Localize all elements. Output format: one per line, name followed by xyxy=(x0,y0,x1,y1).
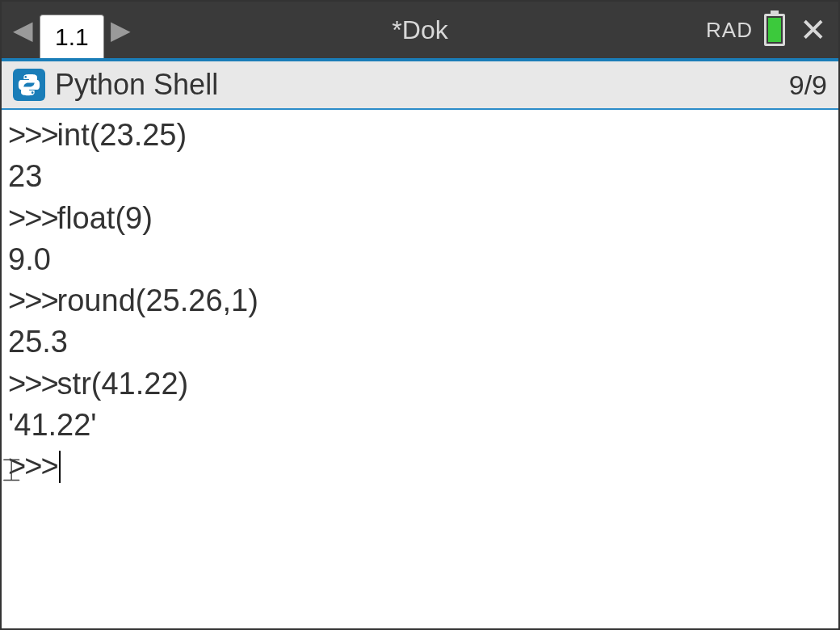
angle-mode-indicator: RAD xyxy=(706,18,753,43)
shell-title: Python Shell xyxy=(55,68,218,102)
titlebar: ◀ 1.1 ▶ *Dok RAD ✕ xyxy=(2,2,838,58)
shell-counter: 9/9 xyxy=(789,69,827,101)
shell-prompt: >>> xyxy=(8,367,57,401)
shell-text: float(9) xyxy=(57,201,153,235)
shell-text: 9.0 xyxy=(8,242,51,276)
battery-icon xyxy=(764,14,785,46)
shell-body[interactable]: >>>int(23.25)23>>>float(9)9.0>>>round(25… xyxy=(2,110,838,493)
caret xyxy=(59,451,61,483)
shell-input-line: >>>float(9) xyxy=(8,198,832,239)
shell-text: 25.3 xyxy=(8,325,68,359)
shell-input-line: >>>int(23.25) xyxy=(8,115,832,156)
shell-text: round(25.26,1) xyxy=(57,284,258,317)
shell-header: Python Shell 9/9 xyxy=(2,61,838,110)
shell-output-line: 23 xyxy=(8,156,832,197)
shell-prompt: >>> xyxy=(8,201,57,235)
tab-label: 1.1 xyxy=(55,23,89,51)
shell-text: 23 xyxy=(8,159,42,193)
tab-current[interactable]: 1.1 xyxy=(40,15,104,58)
shell-prompt: >>> xyxy=(8,284,57,317)
python-icon xyxy=(13,69,45,101)
status-area: RAD ✕ xyxy=(706,11,830,48)
shell-prompt: >>> xyxy=(8,118,57,152)
shell-active-line[interactable]: ⌶ >>> xyxy=(8,446,832,487)
shell-output-line: 25.3 xyxy=(8,321,832,363)
shell-text: int(23.25) xyxy=(57,118,187,152)
battery-fill xyxy=(768,18,781,42)
shell-output-line: '41.22' xyxy=(8,405,832,446)
document-title: *Dok xyxy=(392,15,447,45)
shell-output-line: 9.0 xyxy=(8,239,832,280)
nav-next-icon[interactable]: ▶ xyxy=(107,15,134,45)
text-cursor-icon: ⌶ xyxy=(3,451,19,488)
shell-input-line: >>>str(41.22) xyxy=(8,363,832,405)
close-icon[interactable]: ✕ xyxy=(796,11,830,48)
shell-input-line: >>>round(25.26,1) xyxy=(8,280,832,321)
nav-prev-icon[interactable]: ◀ xyxy=(10,15,36,45)
shell-text: '41.22' xyxy=(8,408,97,442)
shell-text: str(41.22) xyxy=(57,367,189,401)
